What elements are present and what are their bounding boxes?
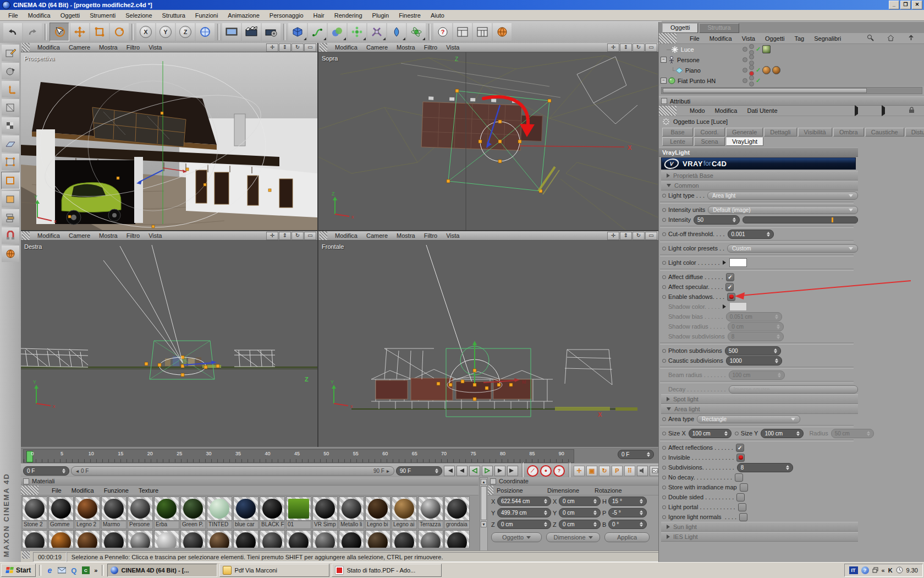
material-thumbnail[interactable] — [101, 497, 127, 521]
material-item[interactable]: Terrazza — [418, 497, 443, 529]
material-thumbnail[interactable] — [101, 530, 127, 548]
affect-specular-checkbox[interactable] — [725, 283, 734, 291]
viewport-menu-item[interactable]: Filtro — [420, 232, 442, 239]
internet-explorer-icon[interactable]: e — [45, 565, 54, 575]
history-back-icon[interactable] — [850, 107, 873, 114]
material-thumbnail[interactable] — [392, 497, 417, 521]
photon-subdivisions-field[interactable]: 500 — [725, 346, 781, 356]
render-picture-viewer-button[interactable] — [242, 23, 261, 41]
pan-view-icon[interactable]: ✛ — [607, 43, 619, 52]
material-name[interactable]: Legno 2 — [75, 521, 100, 529]
online-help-globe-button[interactable] — [493, 23, 512, 41]
light-portal-checkbox[interactable] — [738, 503, 746, 511]
material-item[interactable]: blue car — [233, 497, 258, 529]
material-thumbnail[interactable] — [180, 530, 206, 548]
materials-menu-item[interactable]: Texture — [134, 487, 163, 494]
invisible-checkbox[interactable] — [736, 454, 745, 462]
render-settings-button[interactable] — [262, 23, 280, 41]
drag-grip[interactable] — [22, 43, 30, 52]
caustic-subdivisions-field[interactable]: 1000 — [726, 356, 782, 366]
redo-button[interactable] — [23, 23, 42, 41]
minimize-button[interactable]: _ — [889, 1, 899, 9]
size-z-field[interactable]: 0 cm — [559, 520, 601, 529]
clock-tray-icon[interactable] — [896, 566, 903, 575]
collapse-icon[interactable]: − — [661, 78, 667, 84]
intensity-field[interactable]: 50 — [694, 215, 740, 225]
taskbar-task-button[interactable]: CINEMA 4D (64 Bit) - [... — [107, 564, 217, 577]
live-selection-tool[interactable] — [50, 23, 69, 41]
attributes-menu-item[interactable]: Dati Utente — [743, 107, 783, 114]
zoom-view-icon[interactable]: ⇕ — [620, 232, 632, 240]
rotate-view-icon[interactable]: ↻ — [632, 232, 645, 240]
close-button[interactable]: ✕ — [912, 1, 922, 9]
viewport-menu-item[interactable]: Vista — [442, 44, 464, 51]
material-item[interactable]: Metallo li — [339, 497, 364, 529]
size-x-field[interactable]: 0 cm — [559, 497, 601, 506]
drag-grip[interactable] — [320, 43, 327, 52]
affect-reflections-checkbox[interactable] — [736, 444, 744, 452]
help-button[interactable]: ? — [433, 23, 452, 41]
object-axis-mode-icon[interactable] — [2, 81, 19, 97]
material-thumbnail[interactable] — [312, 530, 338, 548]
timeline-scrollbar[interactable]: ◂0 F 90 F▸ — [71, 466, 394, 476]
material-item[interactable] — [286, 530, 311, 547]
visibility-render-toggle[interactable] — [749, 81, 754, 86]
subdivisions-field[interactable]: 8 — [737, 463, 793, 472]
material-thumbnail[interactable] — [128, 530, 153, 548]
material-thumbnail[interactable] — [418, 497, 443, 521]
texture-axis-mode-icon[interactable] — [2, 99, 19, 116]
drag-grip[interactable] — [320, 231, 327, 240]
materials-menu-item[interactable]: Modifica — [67, 487, 99, 494]
scale-tool[interactable] — [90, 23, 109, 41]
end-frame-field[interactable]: 90 F — [396, 466, 442, 476]
material-name[interactable]: Legno bi — [365, 521, 391, 529]
material-thumbnail[interactable] — [365, 530, 391, 548]
add-deformer-button[interactable] — [367, 23, 386, 41]
cad-app-icon[interactable]: C — [81, 565, 91, 575]
attribute-tab[interactable]: Base — [662, 128, 693, 137]
material-name[interactable]: Green P. — [180, 521, 206, 529]
restore-tray-icon[interactable] — [872, 567, 878, 574]
collapse-icon[interactable]: − — [661, 57, 667, 63]
lock-x-axis-button[interactable]: X — [136, 23, 155, 41]
help-tray-icon[interactable]: ? — [861, 566, 869, 574]
material-item[interactable]: Stone 2 — [22, 497, 47, 529]
taskbar-task-button[interactable]: Stato di fatto.PDF - Ado... — [332, 564, 442, 577]
viewport-top[interactable]: ModificaCamereMostraFiltroVista ✛ ⇕ ↻ ▭ — [318, 43, 658, 230]
attribute-tab[interactable]: Disturbo — [905, 128, 924, 137]
pan-view-icon[interactable]: ✛ — [607, 232, 619, 240]
add-physical-sky-button[interactable] — [407, 23, 426, 41]
record-position-button[interactable]: ✛ — [574, 466, 585, 476]
menu-item[interactable]: File — [3, 11, 23, 20]
material-thumbnail[interactable] — [286, 530, 311, 548]
material-item[interactable]: Legno ai — [392, 497, 417, 529]
texture-tag[interactable] — [772, 66, 780, 74]
viewport-menu-item[interactable]: Modifica — [33, 44, 64, 51]
drag-grip[interactable] — [22, 551, 30, 559]
viewport-menu-item[interactable]: Modifica — [331, 44, 362, 51]
start-frame-field[interactable]: 0 F — [23, 466, 69, 476]
group-spot-light[interactable]: Spot light — [661, 394, 858, 404]
material-item[interactable] — [260, 530, 285, 547]
add-array-button[interactable] — [348, 23, 366, 41]
move-tool[interactable] — [70, 23, 89, 41]
collapse-tray-chevron[interactable]: « — [882, 567, 885, 574]
mail-icon[interactable] — [57, 565, 67, 575]
group-common[interactable]: Common — [661, 181, 858, 190]
polygons-mode-icon[interactable] — [2, 191, 19, 208]
material-name[interactable]: 01 — [286, 521, 311, 529]
ignore-light-normals-checkbox[interactable] — [739, 513, 747, 521]
material-thumbnail[interactable] — [154, 497, 179, 521]
visibility-editor-toggle[interactable] — [749, 44, 754, 49]
enable-toggle[interactable] — [743, 78, 747, 83]
rotate-view-icon[interactable]: ↻ — [632, 43, 645, 52]
object-manager-menu-item[interactable]: Tag — [789, 35, 809, 42]
material-thumbnail[interactable] — [339, 530, 364, 548]
group-sun-light[interactable]: Sun light — [661, 522, 858, 532]
menu-item[interactable]: Struttura — [157, 11, 190, 20]
object-manager-hscrollbar[interactable] — [661, 87, 922, 94]
material-name[interactable]: Metallo li — [339, 521, 364, 529]
material-thumbnail[interactable] — [48, 497, 74, 521]
material-thumbnail[interactable] — [444, 497, 470, 521]
rotation-b-field[interactable]: 0 ° — [608, 520, 647, 529]
